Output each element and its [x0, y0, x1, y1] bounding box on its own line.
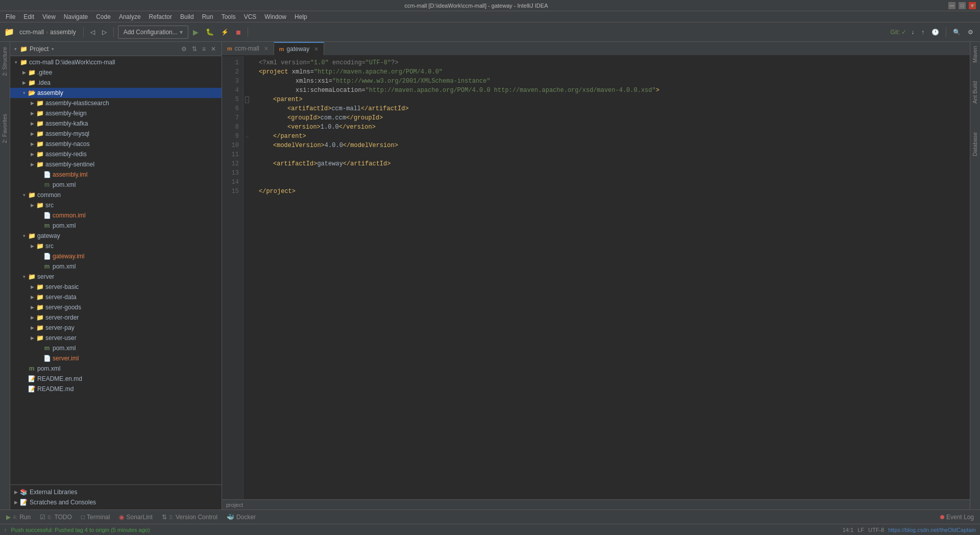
tree-item-common[interactable]: ▾ 📁 common [10, 190, 222, 200]
tree-item-assembly-feign[interactable]: ▶ 📁 assembly-feign [10, 108, 222, 118]
database-panel-tab[interactable]: Database [970, 128, 980, 160]
expand-arrow-server-pay[interactable]: ▶ [29, 324, 36, 331]
menu-edit[interactable]: Edit [20, 12, 38, 21]
back-button[interactable]: ◁ [88, 25, 97, 39]
fold-marker-5[interactable]: - [243, 95, 251, 104]
structure-panel-label[interactable]: 2: Structure [0, 44, 10, 79]
tab-gateway[interactable]: m gateway ✕ [274, 42, 324, 55]
menu-file[interactable]: File [2, 12, 19, 21]
settings-button[interactable]: ⚙ [965, 25, 976, 39]
run-tab[interactable]: ▶ 4: Run [2, 512, 35, 523]
expand-arrow-server-data[interactable]: ▶ [29, 294, 36, 301]
search-everywhere-button[interactable]: 🔍 [950, 25, 963, 39]
tree-item-server[interactable]: ▾ 📁 server [10, 272, 222, 282]
tree-item-assembly-nacos[interactable]: ▶ 📁 assembly-nacos [10, 139, 222, 149]
favorites-panel-label[interactable]: 2: Favorites [0, 111, 10, 146]
expand-arrow-server-user[interactable]: ▶ [29, 334, 36, 342]
maximize-button[interactable]: □ [959, 2, 966, 9]
expand-arrow-server-basic[interactable]: ▶ [29, 283, 36, 290]
scratches-consoles-item[interactable]: ▶ 📝 Scratches and Consoles [10, 497, 222, 507]
menu-navigate[interactable]: Navigate [60, 12, 91, 21]
tree-item-ccm-mall-root[interactable]: ▾ 📁 ccm-mall D:\ideaWork\ccm-mall [10, 57, 222, 67]
tree-item-gateway-src[interactable]: ▶ 📁 src [10, 241, 222, 251]
expand-arrow-assembly-sentinel[interactable]: ▶ [29, 161, 36, 168]
tree-item-idea[interactable]: ▶ 📁 .idea [10, 78, 222, 88]
expand-arrow-idea[interactable]: ▶ [20, 79, 28, 86]
docker-tab[interactable]: 🐳 Docker [223, 512, 260, 523]
tree-item-assembly[interactable]: ▾ 📂 assembly [10, 88, 222, 98]
run-button[interactable]: ▶ [190, 25, 201, 39]
expand-arrow-assembly-elasticsearch[interactable]: ▶ [29, 100, 36, 107]
ant-build-panel-tab[interactable]: Ant Build [970, 77, 980, 108]
menu-code[interactable]: Code [92, 12, 114, 21]
debug-button[interactable]: 🐛 [203, 25, 216, 39]
close-panel-button[interactable]: ✕ [209, 44, 217, 54]
expand-arrow-assembly[interactable]: ▾ [20, 89, 28, 96]
minimize-button[interactable]: — [948, 2, 955, 9]
breadcrumb-child[interactable]: assembly [50, 29, 76, 36]
tree-item-server-user[interactable]: ▶ 📁 server-user [10, 333, 222, 343]
terminal-tab[interactable]: □ Terminal [77, 512, 114, 523]
menu-analyze[interactable]: Analyze [115, 12, 144, 21]
version-control-tab[interactable]: ⇅ 3: Version Control [158, 512, 222, 523]
tree-item-assembly-mysql[interactable]: ▶ 📁 assembly-mysql [10, 129, 222, 139]
tree-item-common-iml[interactable]: 📄 common.iml [10, 210, 222, 221]
collapse-all-button[interactable]: ≡ [201, 44, 207, 54]
expand-arrow-assembly-nacos[interactable]: ▶ [29, 140, 36, 148]
tab-ccm-mall[interactable]: m ccm-mall ✕ [222, 42, 274, 55]
menu-window[interactable]: Window [261, 12, 290, 21]
menu-help[interactable]: Help [291, 12, 311, 21]
menu-refactor[interactable]: Refactor [145, 12, 176, 21]
menu-vcs[interactable]: VCS [240, 12, 260, 21]
breadcrumb-root[interactable]: ccm-mall [19, 29, 44, 36]
tree-item-gitee[interactable]: ▶ 📁 .gitee [10, 67, 222, 78]
event-log-tab[interactable]: Event Log [936, 512, 978, 522]
external-libraries-item[interactable]: ▶ 📚 External Libraries [10, 487, 222, 497]
tree-item-server-order[interactable]: ▶ 📁 server-order [10, 312, 222, 323]
menu-view[interactable]: View [39, 12, 59, 21]
expand-arrow-assembly-feign[interactable]: ▶ [29, 110, 36, 117]
expand-arrow-gitee[interactable]: ▶ [20, 69, 28, 76]
menu-build[interactable]: Build [177, 12, 198, 21]
tree-item-pom-assembly[interactable]: m pom.xml [10, 180, 222, 190]
sort-button[interactable]: ⇅ [190, 44, 199, 54]
csdn-link[interactable]: https://blog.csdn.net/theOldCaptain [888, 527, 976, 533]
expand-arrow-assembly-redis[interactable]: ▶ [29, 151, 36, 158]
tree-item-server-data[interactable]: ▶ 📁 server-data [10, 292, 222, 302]
expand-arrow-server-goods[interactable]: ▶ [29, 304, 36, 311]
tree-item-pom-root[interactable]: m pom.xml [10, 363, 222, 374]
tree-item-readme-en[interactable]: 📝 README.en.md [10, 374, 222, 384]
tree-item-gateway-iml[interactable]: 📄 gateway.iml [10, 251, 222, 261]
project-dropdown-icon[interactable]: ▾ [52, 46, 54, 52]
fold-marker-9[interactable]: ○ [243, 132, 251, 141]
run-with-coverage-button[interactable]: ⚡ [218, 25, 231, 39]
expand-arrow-common[interactable]: ▾ [20, 191, 28, 199]
tree-item-assembly-sentinel[interactable]: ▶ 📁 assembly-sentinel [10, 159, 222, 169]
expand-arrow-assembly-kafka[interactable]: ▶ [29, 120, 36, 127]
tree-item-assembly-elasticsearch[interactable]: ▶ 📁 assembly-elasticsearch [10, 98, 222, 108]
tree-item-pom-server[interactable]: m pom.xml [10, 343, 222, 353]
maven-panel-tab[interactable]: Maven [970, 42, 980, 67]
tab-close-gateway[interactable]: ✕ [314, 46, 318, 53]
forward-button[interactable]: ▷ [100, 25, 109, 39]
tree-item-gateway[interactable]: ▾ 📁 gateway [10, 231, 222, 241]
tree-item-server-basic[interactable]: ▶ 📁 server-basic [10, 282, 222, 292]
tab-close-ccm-mall[interactable]: ✕ [264, 45, 268, 52]
git-push-button[interactable]: ↑ [919, 25, 927, 39]
expand-arrow-common-src[interactable]: ▶ [29, 202, 36, 209]
tree-item-server-pay[interactable]: ▶ 📁 server-pay [10, 323, 222, 333]
expand-arrow-server-order[interactable]: ▶ [29, 314, 36, 321]
expand-arrow-ccm-mall[interactable]: ▾ [12, 59, 19, 66]
stop-button[interactable]: ◼ [233, 25, 243, 39]
vcs-history-button[interactable]: 🕐 [929, 25, 942, 39]
tree-item-server-iml[interactable]: 📄 server.iml [10, 353, 222, 363]
tree-item-pom-gateway[interactable]: m pom.xml [10, 261, 222, 272]
expand-arrow-gateway[interactable]: ▾ [20, 232, 28, 239]
expand-arrow-assembly-mysql[interactable]: ▶ [29, 130, 36, 137]
tree-item-assembly-kafka[interactable]: ▶ 📁 assembly-kafka [10, 118, 222, 129]
menu-run[interactable]: Run [199, 12, 217, 21]
menu-tools[interactable]: Tools [218, 12, 239, 21]
expand-arrow-gateway-src[interactable]: ▶ [29, 242, 36, 250]
tree-item-pom-common[interactable]: m pom.xml [10, 221, 222, 231]
git-update-button[interactable]: ↓ [909, 25, 917, 39]
